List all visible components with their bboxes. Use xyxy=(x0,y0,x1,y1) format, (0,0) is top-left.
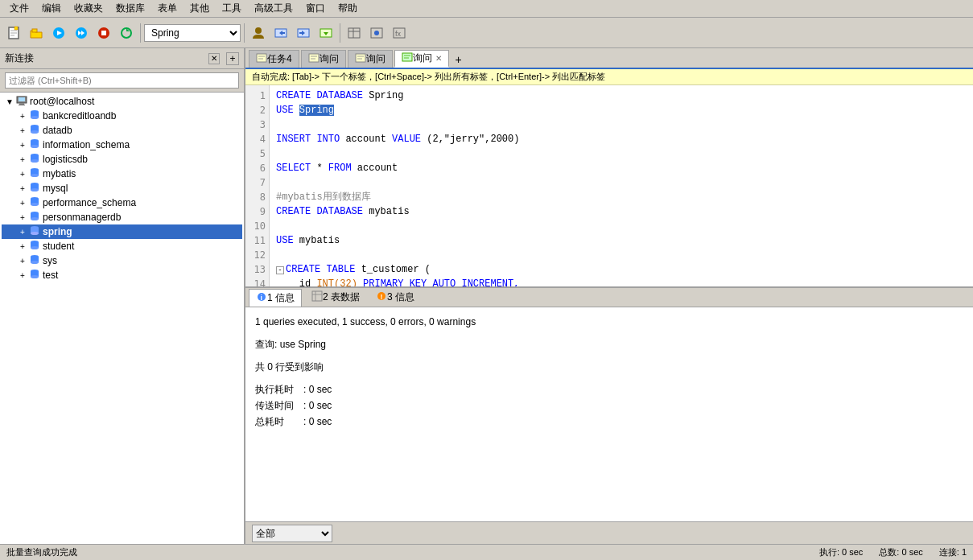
tree-item-sys[interactable]: + sys xyxy=(2,253,242,268)
root-label: root@localhost xyxy=(30,96,94,107)
db-personmgr-label: personmanagerdb xyxy=(43,212,121,223)
kw-select: SELECT xyxy=(276,163,316,174)
tab-query3-icon xyxy=(402,51,413,65)
menu-tools[interactable]: 工具 xyxy=(216,0,248,17)
status-total: 总数: 0 sec xyxy=(879,546,922,558)
result-panel: i 1 信息 2 表数据 ! 3 信息 xyxy=(245,286,973,544)
tab-query2[interactable]: 询问 xyxy=(348,50,393,68)
db-icon-datadb xyxy=(29,124,40,137)
toolbar-btn-run[interactable] xyxy=(48,23,69,43)
status-left: 批量查询成功完成 xyxy=(6,546,77,558)
expand-test[interactable]: + xyxy=(16,269,29,282)
result-tab-table-icon xyxy=(311,290,323,304)
sidebar-close-button[interactable]: ✕ xyxy=(208,53,220,64)
expand-spring[interactable]: + xyxy=(16,225,29,238)
tree-item-datadb[interactable]: + datadb xyxy=(2,123,242,138)
menu-database[interactable]: 数据库 xyxy=(109,0,151,17)
menu-favorites[interactable]: 收藏夹 xyxy=(68,0,109,17)
code-line-6: SELECT * FROM account xyxy=(276,161,967,175)
svg-marker-4 xyxy=(14,27,18,30)
menu-help[interactable]: 帮助 xyxy=(332,0,364,17)
expand-sys[interactable]: + xyxy=(16,254,29,267)
svg-point-36 xyxy=(31,116,39,119)
code-line-2: USE Spring xyxy=(276,103,967,117)
result-tab-tabledata[interactable]: 2 表数据 xyxy=(305,289,366,306)
tree-item-logistics[interactable]: + logisticsdb xyxy=(2,152,242,167)
db-icon-student xyxy=(29,240,40,253)
tree-item-perf-schema[interactable]: + performance_schema xyxy=(2,196,242,210)
svg-point-51 xyxy=(31,188,39,191)
toolbar-btn-user[interactable] xyxy=(248,23,269,43)
expand-info-schema[interactable]: + xyxy=(16,138,29,151)
menu-other[interactable]: 其他 xyxy=(183,0,216,17)
menu-advanced[interactable]: 高级工具 xyxy=(248,0,299,17)
toolbar-btn-proc[interactable]: fx xyxy=(389,23,410,43)
code-editor[interactable]: CREATE DATABASE Spring USE Spring INSERT… xyxy=(270,85,973,286)
menu-window[interactable]: 窗口 xyxy=(299,0,332,17)
tree-item-mysql[interactable]: + mysql xyxy=(2,181,242,196)
tab-query3[interactable]: 询问 ✕ xyxy=(394,50,449,68)
code-line-1: CREATE DATABASE Spring xyxy=(276,89,967,103)
expand-logistics[interactable]: + xyxy=(16,153,29,166)
db-icon-test xyxy=(29,269,40,282)
expand-mybatis[interactable]: + xyxy=(16,167,29,180)
expand-student[interactable]: + xyxy=(16,240,29,253)
toolbar-btn-open[interactable] xyxy=(26,23,47,43)
toolbar-btn-fast[interactable] xyxy=(71,23,92,43)
svg-point-69 xyxy=(31,275,39,278)
tree-item-spring[interactable]: + spring xyxy=(2,224,242,239)
tree-item-student[interactable]: + student xyxy=(2,239,242,253)
expand-root[interactable]: ▼ xyxy=(3,95,16,108)
toolbar-btn-refresh[interactable] xyxy=(116,23,137,43)
expand-mysql[interactable]: + xyxy=(16,182,29,195)
code-line-12 xyxy=(276,248,967,262)
toolbar-btn-import[interactable] xyxy=(293,23,314,43)
toolbar-btn-down[interactable] xyxy=(315,23,336,43)
kw-values: (2,"jerry",2000) xyxy=(427,134,519,145)
expand-bankcredit[interactable]: + xyxy=(16,109,29,122)
menu-file[interactable]: 文件 xyxy=(3,0,35,17)
tree-item-info-schema[interactable]: + information_schema xyxy=(2,138,242,152)
filter-input[interactable] xyxy=(5,72,239,89)
main-layout: 新连接 ✕ + ▼ root@localhost + xyxy=(0,48,973,544)
svg-text:!: ! xyxy=(381,293,383,301)
kw-account: account xyxy=(345,134,392,145)
tree-item-personmgr[interactable]: + personmanagerdb xyxy=(2,210,242,224)
tree-item-bankcredit[interactable]: + bankcreditloandb xyxy=(2,109,242,123)
expand-perf[interactable]: + xyxy=(16,196,29,209)
expand-personmgr[interactable]: + xyxy=(16,211,29,224)
tree-item-test[interactable]: + test xyxy=(2,268,242,282)
toolbar-btn-export[interactable] xyxy=(270,23,291,43)
kw-tcustomer: t_customer ( xyxy=(361,264,431,275)
sidebar-add-button[interactable]: + xyxy=(226,52,239,65)
tab-query1[interactable]: 询问 xyxy=(301,50,346,68)
menu-table[interactable]: 表单 xyxy=(151,0,183,17)
tab-add-button[interactable]: + xyxy=(451,51,467,68)
sidebar-title: 新连接 xyxy=(5,51,34,65)
db-icon-sys xyxy=(29,254,40,267)
toolbar-btn-new[interactable] xyxy=(3,23,24,43)
result-tab-info1[interactable]: i 1 信息 xyxy=(249,289,302,307)
svg-rect-32 xyxy=(19,103,24,105)
db-icon-info xyxy=(29,138,40,151)
db-icon-perf xyxy=(29,196,40,209)
filter-select[interactable]: 全部 信息 错误 警告 xyxy=(252,525,332,542)
tab-query2-icon xyxy=(355,52,366,66)
kw-create1: CREATE DATABASE xyxy=(276,90,369,101)
line-numbers: 12345 678910 1112131415 xyxy=(245,85,270,286)
status-connect: 连接: 1 xyxy=(939,546,967,558)
toolbar-btn-table-mgr[interactable] xyxy=(344,23,365,43)
query-tabs-bar: 任务4 询问 询问 询问 ✕ + xyxy=(245,48,973,69)
result-tab-info3[interactable]: ! 3 信息 xyxy=(369,289,421,306)
editor-area: 12345 678910 1112131415 CREATE DATABASE … xyxy=(245,85,973,286)
toolbar-btn-view[interactable] xyxy=(366,23,387,43)
tree-item-mybatis[interactable]: + mybatis xyxy=(2,167,242,181)
expand-datadb[interactable]: + xyxy=(16,124,29,137)
tab-query3-close[interactable]: ✕ xyxy=(435,54,442,63)
connection-dropdown[interactable]: Spring xyxy=(144,24,241,42)
collapse-icon[interactable]: - xyxy=(276,266,284,274)
tab-task4[interactable]: 任务4 xyxy=(249,50,299,68)
tree-item-root[interactable]: ▼ root@localhost xyxy=(2,94,242,109)
toolbar-btn-stop[interactable] xyxy=(93,23,114,43)
menu-edit[interactable]: 编辑 xyxy=(35,0,68,17)
